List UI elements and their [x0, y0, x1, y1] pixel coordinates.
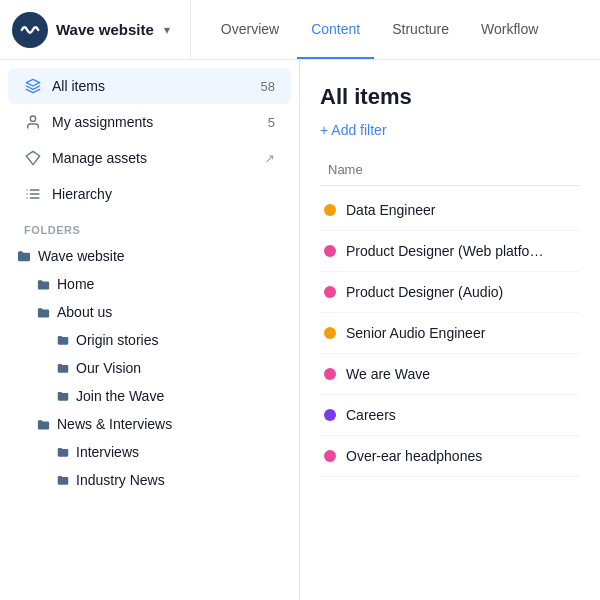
- diamond-icon: [24, 149, 42, 167]
- site-name: Wave website: [56, 21, 154, 38]
- folder-our-vision[interactable]: Our Vision: [0, 354, 299, 382]
- folder-wave-website[interactable]: Wave website: [0, 242, 299, 270]
- folder-news-interviews-label: News & Interviews: [57, 416, 172, 432]
- sidebar-item-manage-assets[interactable]: Manage assets ↗: [8, 140, 291, 176]
- folder-our-vision-label: Our Vision: [76, 360, 141, 376]
- folder-home-label: Home: [57, 276, 94, 292]
- table-row[interactable]: Product Designer (Web platfo…: [320, 231, 580, 272]
- folder-origin-stories-label: Origin stories: [76, 332, 158, 348]
- folder-icon: [56, 333, 70, 347]
- folder-icon: [36, 417, 51, 432]
- content-area: All items + Add filter Name Data Enginee…: [300, 60, 600, 600]
- svg-point-1: [30, 116, 35, 121]
- folder-industry-news-label: Industry News: [76, 472, 165, 488]
- folder-icon: [56, 473, 70, 487]
- add-filter-button[interactable]: + Add filter: [320, 122, 387, 138]
- row-label: Careers: [346, 407, 396, 423]
- status-dot: [324, 204, 336, 216]
- table-header: Name: [320, 158, 580, 186]
- folder-icon: [16, 248, 32, 264]
- my-assignments-label: My assignments: [52, 114, 258, 130]
- row-label: Product Designer (Web platfo…: [346, 243, 543, 259]
- folder-join-the-wave[interactable]: Join the Wave: [0, 382, 299, 410]
- user-icon: [24, 113, 42, 131]
- nav-tabs: Overview Content Structure Workflow: [191, 0, 569, 59]
- folder-about-us-label: About us: [57, 304, 112, 320]
- site-chevron-icon[interactable]: ▾: [164, 23, 170, 37]
- folder-icon: [36, 305, 51, 320]
- hierarchy-label: Hierarchy: [52, 186, 275, 202]
- status-dot: [324, 286, 336, 298]
- status-dot: [324, 368, 336, 380]
- hierarchy-icon: [24, 185, 42, 203]
- tab-content[interactable]: Content: [297, 0, 374, 59]
- folder-icon: [36, 277, 51, 292]
- tab-structure[interactable]: Structure: [378, 0, 463, 59]
- folder-interviews[interactable]: Interviews: [0, 438, 299, 466]
- row-label: Over-ear headphones: [346, 448, 482, 464]
- folder-wave-website-label: Wave website: [38, 248, 125, 264]
- folder-home[interactable]: Home: [0, 270, 299, 298]
- sidebar-item-hierarchy[interactable]: Hierarchy: [8, 176, 291, 212]
- logo-area: Wave website ▾: [12, 0, 191, 59]
- table-row[interactable]: We are Wave: [320, 354, 580, 395]
- folders-label: FOLDERS: [0, 212, 299, 242]
- main-layout: All items 58 My assignments 5 Manage ass…: [0, 60, 600, 600]
- table-row[interactable]: Senior Audio Engineer: [320, 313, 580, 354]
- table-row[interactable]: Product Designer (Audio): [320, 272, 580, 313]
- table-row[interactable]: Data Engineer: [320, 190, 580, 231]
- tab-overview[interactable]: Overview: [207, 0, 293, 59]
- page-title: All items: [320, 84, 580, 110]
- sidebar-item-my-assignments[interactable]: My assignments 5: [8, 104, 291, 140]
- row-label: Product Designer (Audio): [346, 284, 503, 300]
- folder-about-us[interactable]: About us: [0, 298, 299, 326]
- svg-marker-0: [26, 79, 39, 86]
- header: Wave website ▾ Overview Content Structur…: [0, 0, 600, 60]
- status-dot: [324, 450, 336, 462]
- status-dot: [324, 409, 336, 421]
- sidebar-item-all-items[interactable]: All items 58: [8, 68, 291, 104]
- table-row[interactable]: Careers: [320, 395, 580, 436]
- folder-origin-stories[interactable]: Origin stories: [0, 326, 299, 354]
- layers-icon: [24, 77, 42, 95]
- my-assignments-count: 5: [268, 115, 275, 130]
- folder-industry-news[interactable]: Industry News: [0, 466, 299, 494]
- folder-icon: [56, 361, 70, 375]
- folder-join-the-wave-label: Join the Wave: [76, 388, 164, 404]
- logo-icon: [12, 12, 48, 48]
- folder-news-interviews[interactable]: News & Interviews: [0, 410, 299, 438]
- folder-interviews-label: Interviews: [76, 444, 139, 460]
- col-name-label: Name: [320, 162, 363, 177]
- row-label: We are Wave: [346, 366, 430, 382]
- tab-workflow[interactable]: Workflow: [467, 0, 552, 59]
- table-row[interactable]: Over-ear headphones: [320, 436, 580, 477]
- sidebar: All items 58 My assignments 5 Manage ass…: [0, 60, 300, 600]
- all-items-label: All items: [52, 78, 251, 94]
- folder-icon: [56, 389, 70, 403]
- manage-assets-label: Manage assets: [52, 150, 254, 166]
- folder-icon: [56, 445, 70, 459]
- status-dot: [324, 327, 336, 339]
- manage-assets-arrow: ↗: [264, 151, 275, 166]
- row-label: Data Engineer: [346, 202, 436, 218]
- all-items-count: 58: [261, 79, 275, 94]
- status-dot: [324, 245, 336, 257]
- row-label: Senior Audio Engineer: [346, 325, 485, 341]
